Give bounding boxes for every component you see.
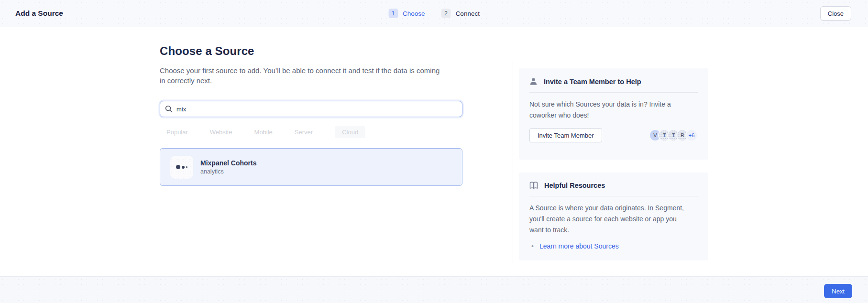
main-content: Choose a Source Choose your first source… — [160, 41, 462, 186]
wizard-stepper: 1 Choose 2 Connect — [388, 9, 480, 18]
source-card-text: Mixpanel Cohorts analytics — [200, 159, 256, 175]
team-avatar-stack: V T T R +6 — [649, 129, 698, 141]
step-connect-label: Connect — [456, 10, 480, 17]
invite-team-panel: Invite a Team Member to Help Not sure wh… — [519, 68, 708, 160]
resources-panel-title: Helpful Resources — [544, 182, 605, 189]
step-choose-label: Choose — [403, 10, 425, 17]
step-choose[interactable]: 1 Choose — [388, 9, 425, 18]
search-icon — [165, 105, 173, 113]
invite-panel-body: Not sure which Sources your data is in? … — [529, 99, 692, 121]
tab-cloud[interactable]: Cloud — [335, 126, 365, 138]
bullet-point: • — [531, 242, 534, 250]
invite-team-member-button[interactable]: Invite Team Member — [529, 128, 602, 142]
helpful-resources-panel: Helpful Resources A Source is where your… — [519, 173, 708, 260]
top-bar: Add a Source 1 Choose 2 Connect Close — [0, 0, 868, 27]
page-title: Add a Source — [15, 9, 63, 18]
close-button[interactable]: Close — [820, 6, 851, 21]
step-connect[interactable]: 2 Connect — [441, 9, 480, 18]
mixpanel-dots-icon — [170, 156, 193, 179]
content-sidebar-divider — [513, 60, 513, 265]
tab-server[interactable]: Server — [295, 129, 313, 136]
category-tabs: Popular Website Mobile Server Cloud — [166, 126, 462, 138]
tab-website[interactable]: Website — [210, 129, 232, 136]
section-heading: Choose a Source — [160, 44, 462, 58]
divider — [529, 92, 698, 93]
source-card-mixpanel-cohorts[interactable]: Mixpanel Cohorts analytics — [160, 148, 462, 186]
resources-panel-body: A Source is where your data originates. … — [529, 203, 692, 236]
source-name: Mixpanel Cohorts — [200, 159, 256, 167]
source-category: analytics — [200, 168, 256, 175]
avatar-overflow-badge[interactable]: +6 — [685, 129, 698, 141]
step-connect-number: 2 — [441, 9, 451, 18]
step-choose-number: 1 — [388, 9, 398, 18]
tab-mobile[interactable]: Mobile — [254, 129, 273, 136]
person-icon — [529, 77, 538, 86]
source-search — [160, 101, 462, 117]
search-input[interactable] — [160, 101, 462, 117]
footer-bar: Next — [0, 276, 868, 303]
learn-more-sources-link[interactable]: Learn more about Sources — [539, 242, 619, 250]
book-icon — [529, 182, 538, 189]
next-button[interactable]: Next — [824, 284, 852, 298]
tab-popular[interactable]: Popular — [166, 129, 188, 136]
divider — [529, 196, 698, 196]
section-description: Choose your first source to add. You’ll … — [160, 65, 444, 86]
invite-panel-title: Invite a Team Member to Help — [544, 78, 641, 86]
